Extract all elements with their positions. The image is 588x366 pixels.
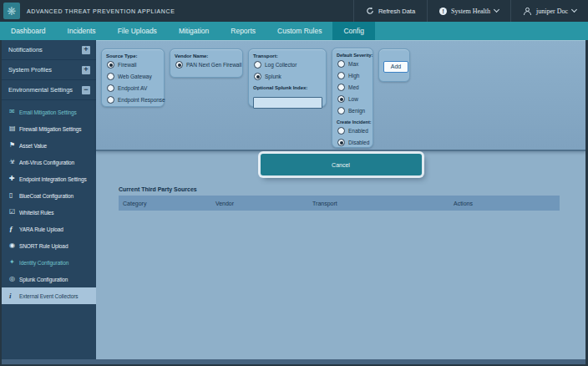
expand-icon[interactable]: +: [82, 46, 90, 54]
section-label: System Profiles: [8, 66, 52, 74]
column-header-actions: Actions: [449, 201, 560, 206]
add-panel: Add: [378, 48, 410, 82]
radio-icon: [337, 95, 345, 103]
radio-endpoint-response[interactable]: Endpoint Response: [107, 96, 160, 104]
checklist-icon: ☑: [9, 209, 19, 216]
user-menu[interactable]: juniper Doc: [510, 0, 588, 22]
third-party-sources-table: Category Vendor Transport Actions: [119, 196, 560, 211]
radio-endpoint-av[interactable]: Endpoint AV: [107, 84, 160, 92]
lower-section: Cancel Current Third Party Sources Categ…: [96, 151, 585, 211]
content-area: Notifications + System Profiles + Enviro…: [2, 40, 585, 359]
tab-reports[interactable]: Reports: [220, 22, 266, 40]
collectors-icon: i: [9, 292, 19, 300]
source-type-title: Source Type:: [106, 53, 160, 58]
tab-custom-rules[interactable]: Custom Rules: [266, 22, 332, 40]
system-health-label: System Health: [451, 8, 490, 15]
default-severity-panel: Default Severity: Max High Med: [332, 48, 373, 148]
sidebar-item-external-event-collectors[interactable]: i External Event Collectors: [2, 287, 96, 304]
tab-mitigation[interactable]: Mitigation: [168, 22, 220, 40]
radio-log-collector[interactable]: Log Collector: [254, 61, 322, 69]
collector-form-section: Source Type: Firewall Web Gateway Endpoi…: [96, 41, 585, 151]
radio-severity-benign[interactable]: Benign: [337, 107, 369, 114]
radio-incident-enabled[interactable]: Enabled: [337, 127, 369, 135]
default-severity-title: Default Severity:: [337, 53, 369, 58]
sidebar-item-label: External Event Collectors: [19, 293, 78, 299]
radio-icon: [107, 96, 114, 104]
sidebar-section-notifications[interactable]: Notifications +: [2, 40, 96, 60]
system-health-alert-icon: !: [439, 8, 447, 15]
tab-incidents[interactable]: Incidents: [57, 22, 107, 40]
sidebar-item-yara-rule-upload[interactable]: ƒ YARA Rule Upload: [2, 221, 96, 237]
device-icon: ▯: [9, 192, 19, 199]
source-type-panel: Source Type: Firewall Web Gateway Endpoi…: [101, 48, 165, 107]
sidebar-item-snort-rule-upload[interactable]: ◉ SNORT Rule Upload: [2, 237, 96, 254]
radio-splunk[interactable]: Splunk: [254, 73, 322, 80]
radio-icon: [337, 72, 345, 79]
config-sidebar: Notifications + System Profiles + Enviro…: [2, 40, 96, 359]
sidebar-item-endpoint-integration-settings[interactable]: ✚ Endpoint Integration Settings: [2, 170, 96, 187]
collapse-icon[interactable]: −: [82, 86, 90, 94]
sidebar-item-splunk-configuration[interactable]: ◎ Splunk Configuration: [2, 271, 96, 287]
radio-icon: [254, 73, 261, 80]
main-panel: Source Type: Firewall Web Gateway Endpoi…: [96, 40, 585, 359]
radio-severity-med[interactable]: Med: [337, 84, 369, 91]
sidebar-item-whitelist-rules[interactable]: ☑ Whitelist Rules: [2, 204, 96, 221]
add-button[interactable]: Add: [383, 61, 408, 73]
system-health-menu[interactable]: ! System Health: [427, 0, 510, 22]
email-icon: ✉: [9, 109, 19, 115]
column-header-transport: Transport: [308, 201, 449, 206]
radio-pan-next-gen-firewall[interactable]: PAN Next Gen Firewall: [175, 61, 239, 69]
biohazard-icon: ☣: [9, 159, 19, 165]
app-logo: ❋: [3, 3, 20, 19]
radio-icon: [107, 61, 114, 69]
logo-bug-icon: ❋: [8, 5, 17, 18]
radio-web-gateway[interactable]: Web Gateway: [107, 73, 160, 80]
radio-incident-disabled[interactable]: Disabled: [337, 139, 369, 146]
radio-severity-high[interactable]: High: [337, 72, 369, 79]
radio-icon: [254, 61, 261, 69]
sidebar-item-label: Whitelist Rules: [19, 210, 53, 216]
tab-config[interactable]: Config: [332, 22, 375, 40]
sidebar-item-label: Firewall Mitigation Settings: [19, 126, 82, 132]
app-title: ADVANCED THREAT PREVENTION APPLIANCE: [27, 8, 175, 14]
radio-severity-low[interactable]: Low: [337, 95, 369, 103]
sidebar-item-identity-configuration[interactable]: ✦ Identity Configuration: [2, 254, 96, 271]
radio-firewall[interactable]: Firewall: [107, 61, 160, 69]
vendor-name-panel: Vendor Name: PAN Next Gen Firewall: [170, 48, 243, 78]
yara-rule-icon: ƒ: [9, 226, 19, 233]
sidebar-item-label: SNORT Rule Upload: [19, 243, 68, 249]
tab-file-uploads[interactable]: File Uploads: [107, 22, 168, 40]
radio-severity-max[interactable]: Max: [337, 60, 369, 68]
sidebar-item-email-mitigation-settings[interactable]: ✉ Email Mitigation Settings: [2, 104, 96, 120]
refresh-data-button[interactable]: Refresh Data: [353, 0, 427, 22]
user-icon: [523, 7, 532, 16]
third-party-sources-heading: Current Third Party Sources: [119, 186, 585, 192]
firewall-icon: ▤: [9, 125, 19, 132]
sidebar-item-label: Asset Value: [19, 143, 47, 149]
refresh-icon: [366, 7, 374, 15]
bottom-strip: [2, 359, 585, 364]
optional-splunk-index-input[interactable]: [253, 97, 322, 109]
column-header-category: Category: [119, 201, 211, 206]
sidebar-section-environmental-settings[interactable]: Environmental Settings −: [2, 80, 96, 100]
chevron-down-icon: [494, 7, 499, 13]
sidebar-item-bluecoat-configuration[interactable]: ▯ BlueCoat Configuration: [2, 187, 96, 204]
radio-icon: [107, 73, 114, 80]
cancel-button[interactable]: Cancel: [261, 154, 422, 175]
sidebar-item-anti-virus-configuration[interactable]: ☣ Anti-Virus Configuration: [2, 154, 96, 170]
topbar-actions: Refresh Data ! System Health juniper Doc: [353, 0, 588, 22]
create-incident-label: Create Incident:: [337, 119, 369, 125]
radio-icon: [337, 127, 345, 135]
sidebar-section-system-profiles[interactable]: System Profiles +: [2, 60, 96, 80]
table-header-row: Category Vendor Transport Actions: [119, 196, 560, 211]
sidebar-item-asset-value[interactable]: ⚑ Asset Value: [2, 137, 96, 154]
tab-dashboard[interactable]: Dashboard: [0, 22, 57, 40]
expand-icon[interactable]: +: [82, 66, 90, 74]
user-label: juniper Doc: [536, 8, 568, 15]
transport-title: Transport:: [253, 53, 322, 58]
column-header-vendor: Vendor: [211, 201, 308, 206]
radio-icon: [337, 139, 345, 146]
sidebar-item-label: Anti-Virus Configuration: [19, 160, 74, 165]
sidebar-item-firewall-mitigation-settings[interactable]: ▤ Firewall Mitigation Settings: [2, 120, 96, 137]
radio-icon: [337, 107, 345, 114]
